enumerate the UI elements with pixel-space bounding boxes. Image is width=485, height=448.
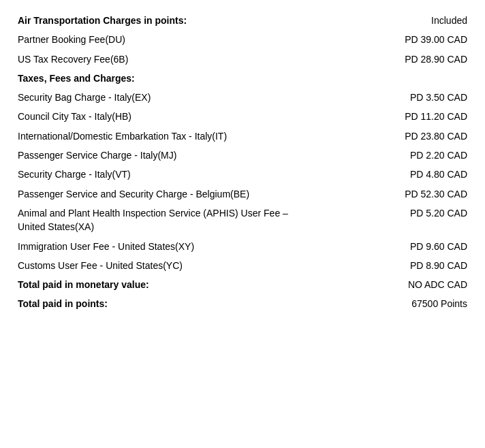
- charge-label-passenger-service-security-belgium: Passenger Service and Security Charge - …: [14, 185, 311, 204]
- table-row-partner-booking-fee: Partner Booking Fee(DU)PD 39.00 CAD: [14, 30, 471, 49]
- table-row-security-charge-italy: Security Charge - Italy(VT)PD 4.80 CAD: [14, 165, 471, 184]
- charge-label-taxes-fees-header: Taxes, Fees and Charges:: [14, 69, 311, 88]
- charge-value-taxes-fees-header: [311, 69, 471, 88]
- charge-value-passenger-service-charge-italy: PD 2.20 CAD: [311, 146, 471, 165]
- table-row-immigration-user-fee: Immigration User Fee - United States(XY)…: [14, 237, 471, 256]
- charge-value-international-domestic-embarkation: PD 23.80 CAD: [311, 127, 471, 146]
- table-row-taxes-fees-header: Taxes, Fees and Charges:: [14, 69, 471, 88]
- charge-value-total-paid-points: 67500 Points: [311, 294, 471, 313]
- charge-label-us-tax-recovery: US Tax Recovery Fee(6B): [14, 50, 311, 69]
- table-row-passenger-service-charge-italy: Passenger Service Charge - Italy(MJ)PD 2…: [14, 146, 471, 165]
- table-row-international-domestic-embarkation: International/Domestic Embarkation Tax -…: [14, 127, 471, 146]
- charge-value-security-charge-italy: PD 4.80 CAD: [311, 165, 471, 184]
- charge-label-total-paid-points: Total paid in points:: [14, 294, 311, 313]
- charge-label-total-paid-monetary: Total paid in monetary value:: [14, 275, 311, 294]
- charge-label-security-charge-italy: Security Charge - Italy(VT): [14, 165, 311, 184]
- charge-value-passenger-service-security-belgium: PD 52.30 CAD: [311, 185, 471, 204]
- charges-table: Air Transportation Charges in points:Inc…: [14, 11, 471, 314]
- charge-label-immigration-user-fee: Immigration User Fee - United States(XY): [14, 237, 311, 256]
- charge-value-partner-booking-fee: PD 39.00 CAD: [311, 30, 471, 49]
- table-row-aphis-user-fee: Animal and Plant Health Inspection Servi…: [14, 204, 471, 237]
- charge-label-air-transportation: Air Transportation Charges in points:: [14, 11, 311, 30]
- charge-label-aphis-user-fee: Animal and Plant Health Inspection Servi…: [14, 204, 311, 237]
- table-row-security-bag-charge: Security Bag Charge - Italy(EX)PD 3.50 C…: [14, 88, 471, 107]
- charge-label-international-domestic-embarkation: International/Domestic Embarkation Tax -…: [14, 127, 311, 146]
- charge-label-security-bag-charge: Security Bag Charge - Italy(EX): [14, 88, 311, 107]
- charge-value-air-transportation: Included: [311, 11, 471, 30]
- table-row-total-paid-monetary: Total paid in monetary value:NO ADC CAD: [14, 275, 471, 294]
- table-row-total-paid-points: Total paid in points:67500 Points: [14, 294, 471, 313]
- charge-value-us-tax-recovery: PD 28.90 CAD: [311, 50, 471, 69]
- table-row-us-tax-recovery: US Tax Recovery Fee(6B)PD 28.90 CAD: [14, 50, 471, 69]
- charge-label-council-city-tax: Council City Tax - Italy(HB): [14, 107, 311, 126]
- charge-value-total-paid-monetary: NO ADC CAD: [311, 275, 471, 294]
- charge-label-customs-user-fee: Customs User Fee - United States(YC): [14, 256, 311, 275]
- table-row-passenger-service-security-belgium: Passenger Service and Security Charge - …: [14, 185, 471, 204]
- charge-label-partner-booking-fee: Partner Booking Fee(DU): [14, 30, 311, 49]
- table-row-council-city-tax: Council City Tax - Italy(HB)PD 11.20 CAD: [14, 107, 471, 126]
- charge-value-customs-user-fee: PD 8.90 CAD: [311, 256, 471, 275]
- table-row-air-transportation: Air Transportation Charges in points:Inc…: [14, 11, 471, 30]
- charge-value-aphis-user-fee: PD 5.20 CAD: [311, 204, 471, 237]
- charge-value-immigration-user-fee: PD 9.60 CAD: [311, 237, 471, 256]
- charge-value-security-bag-charge: PD 3.50 CAD: [311, 88, 471, 107]
- table-row-customs-user-fee: Customs User Fee - United States(YC)PD 8…: [14, 256, 471, 275]
- charge-label-passenger-service-charge-italy: Passenger Service Charge - Italy(MJ): [14, 146, 311, 165]
- charge-value-council-city-tax: PD 11.20 CAD: [311, 107, 471, 126]
